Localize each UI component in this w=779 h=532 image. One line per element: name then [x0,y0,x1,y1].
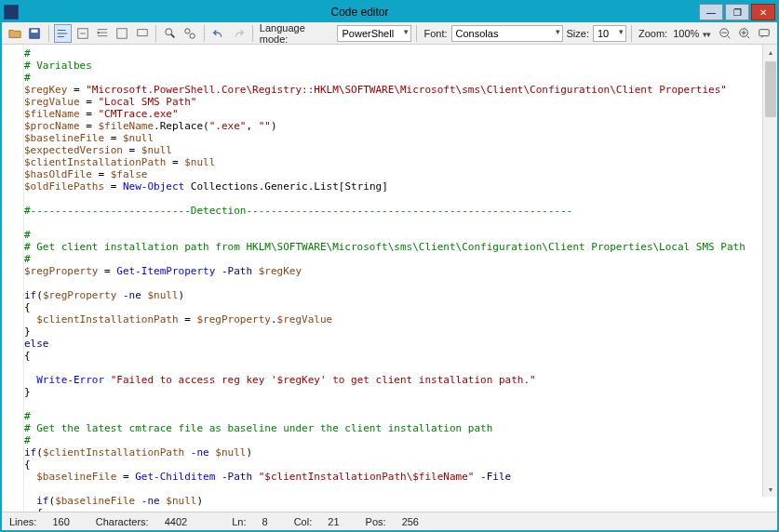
font-select[interactable]: Consolas [451,25,563,42]
separator [155,25,156,42]
separator [48,25,49,42]
separator [252,25,253,42]
scroll-down-arrow[interactable]: ▾ [763,482,777,497]
close-button[interactable]: ✕ [751,4,775,20]
code-content[interactable]: # # Varialbes # $regKey = "Microsoft.Pow… [17,45,762,512]
open-file-button[interactable] [6,24,23,43]
zoom-label: Zoom: [638,28,667,39]
font-label: Font: [423,28,447,39]
language-select[interactable]: PowerShell [337,25,411,42]
status-position: Pos: 256 [366,516,432,527]
status-characters: Characters: 4402 [96,516,200,527]
separator [204,25,205,42]
svg-point-5 [166,28,172,34]
feedback-button[interactable] [756,24,773,43]
find-button[interactable] [161,24,179,43]
svg-rect-3 [117,28,128,38]
editor-area[interactable]: # # Varialbes # $regKey = "Microsoft.Pow… [2,45,777,512]
scroll-up-arrow[interactable]: ▴ [763,45,777,60]
app-icon [4,5,19,20]
zoom-out-button[interactable] [716,24,733,43]
minimize-button[interactable]: — [699,4,723,20]
svg-point-6 [185,28,190,33]
comment-button[interactable] [133,24,151,43]
status-column: Col: 21 [294,516,353,527]
separator [416,25,417,42]
size-label: Size: [567,28,589,39]
outdent-button[interactable] [114,24,131,43]
status-lines: Lines: 160 [9,516,83,527]
vertical-scrollbar[interactable]: ▴ ▾ [762,45,777,497]
toolbar: Language mode: PowerShell Font: Consolas… [2,22,777,45]
scroll-thumb[interactable] [765,61,776,117]
statusbar: Lines: 160 Characters: 4402 Ln: 8 Col: 2… [2,512,777,530]
indent-button[interactable] [93,24,111,43]
window-titlebar: Code editor — ❐ ✕ [2,2,777,22]
size-select[interactable]: 10 [593,25,626,42]
separator [631,25,632,42]
maximize-button[interactable]: ❐ [725,4,749,20]
window-buttons: — ❐ ✕ [697,4,775,20]
undo-button[interactable] [209,24,227,43]
svg-rect-10 [759,29,770,35]
window-title: Code editor [22,6,697,19]
language-label: Language mode: [260,22,334,45]
replace-button[interactable] [181,24,199,43]
toggle-whitespace-button[interactable] [74,24,91,43]
svg-rect-1 [32,29,38,33]
svg-point-7 [190,33,195,38]
save-button[interactable] [25,24,43,43]
zoom-value: 100% [673,28,699,39]
redo-button[interactable] [230,24,248,43]
toggle-wordwrap-button[interactable] [54,24,72,43]
zoom-in-button[interactable] [735,24,753,43]
svg-rect-4 [138,29,148,35]
status-line: Ln: 8 [232,516,280,527]
